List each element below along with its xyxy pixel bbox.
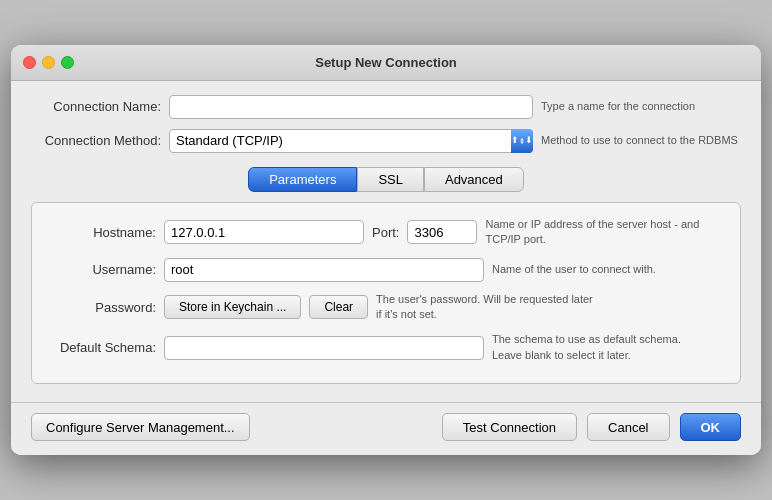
- tab-bar: Parameters SSL Advanced: [31, 167, 741, 192]
- connection-method-label: Connection Method:: [31, 133, 161, 148]
- connection-name-label: Connection Name:: [31, 99, 161, 114]
- maximize-button[interactable]: [61, 56, 74, 69]
- username-row: Username: Name of the user to connect wi…: [46, 258, 726, 282]
- test-connection-button[interactable]: Test Connection: [442, 413, 577, 441]
- tab-ssl[interactable]: SSL: [357, 167, 424, 192]
- clear-button[interactable]: Clear: [309, 295, 368, 319]
- configure-server-management-button[interactable]: Configure Server Management...: [31, 413, 250, 441]
- password-buttons: Store in Keychain ... Clear: [164, 295, 368, 319]
- connection-name-row: Connection Name: Type a name for the con…: [31, 95, 741, 119]
- store-keychain-button[interactable]: Store in Keychain ...: [164, 295, 301, 319]
- connection-method-select[interactable]: Standard (TCP/IP) Standard (TCP/IP) with…: [169, 129, 533, 153]
- hostname-row: Hostname: Port: Name or IP address of th…: [46, 217, 726, 248]
- footer-right: Test Connection Cancel OK: [442, 413, 741, 441]
- username-label: Username:: [46, 262, 156, 277]
- tab-advanced[interactable]: Advanced: [424, 167, 524, 192]
- default-schema-input[interactable]: [164, 336, 484, 360]
- dialog-title: Setup New Connection: [315, 55, 457, 70]
- dialog-footer: Configure Server Management... Test Conn…: [11, 402, 761, 455]
- username-hint: Name of the user to connect with.: [492, 262, 712, 277]
- dialog-body: Connection Name: Type a name for the con…: [11, 81, 761, 398]
- titlebar: Setup New Connection: [11, 45, 761, 81]
- minimize-button[interactable]: [42, 56, 55, 69]
- username-input[interactable]: [164, 258, 484, 282]
- port-label: Port:: [372, 225, 399, 240]
- default-schema-hint: The schema to use as default schema. Lea…: [492, 332, 712, 363]
- default-schema-label: Default Schema:: [46, 340, 156, 355]
- hostname-label: Hostname:: [46, 225, 156, 240]
- ok-button[interactable]: OK: [680, 413, 742, 441]
- default-schema-row: Default Schema: The schema to use as def…: [46, 332, 726, 363]
- connection-method-row: Connection Method: Standard (TCP/IP) Sta…: [31, 129, 741, 153]
- close-button[interactable]: [23, 56, 36, 69]
- connection-name-hint: Type a name for the connection: [541, 99, 741, 114]
- setup-new-connection-dialog: Setup New Connection Connection Name: Ty…: [11, 45, 761, 455]
- hostname-hint: Name or IP address of the server host - …: [485, 217, 705, 248]
- parameters-section: Hostname: Port: Name or IP address of th…: [31, 202, 741, 384]
- password-row: Password: Store in Keychain ... Clear Th…: [46, 292, 726, 323]
- connection-method-wrapper: Standard (TCP/IP) Standard (TCP/IP) with…: [169, 129, 533, 153]
- port-input[interactable]: [407, 220, 477, 244]
- footer-left: Configure Server Management...: [31, 413, 250, 441]
- cancel-button[interactable]: Cancel: [587, 413, 669, 441]
- password-hint: The user's password. Will be requested l…: [376, 292, 596, 323]
- password-label: Password:: [46, 300, 156, 315]
- hostname-input[interactable]: [164, 220, 364, 244]
- connection-method-hint: Method to use to connect to the RDBMS: [541, 133, 741, 148]
- tab-parameters[interactable]: Parameters: [248, 167, 357, 192]
- window-controls: [23, 56, 74, 69]
- connection-name-input[interactable]: [169, 95, 533, 119]
